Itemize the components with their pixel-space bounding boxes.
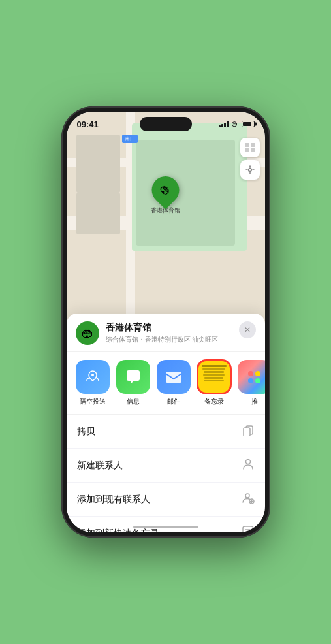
more-icon bbox=[238, 360, 265, 394]
map-area[interactable]: 南口 bbox=[67, 112, 265, 343]
signal-bars-icon bbox=[219, 121, 229, 127]
share-mail[interactable]: 邮件 bbox=[157, 360, 191, 406]
dynamic-island bbox=[140, 117, 192, 131]
quick-note-icon bbox=[242, 525, 255, 532]
svg-point-5 bbox=[91, 374, 94, 376]
close-button[interactable]: ✕ bbox=[239, 321, 256, 338]
copy-label: 拷贝 bbox=[77, 426, 95, 438]
share-airdrop[interactable]: 隔空投送 bbox=[76, 360, 110, 406]
venue-info: 香港体育馆 综合体育馆・香港特别行政区 油尖旺区 bbox=[106, 322, 256, 344]
new-contact-icon bbox=[242, 457, 255, 474]
battery-icon bbox=[242, 121, 255, 127]
svg-rect-0 bbox=[245, 143, 249, 147]
notes-label: 备忘录 bbox=[204, 397, 224, 406]
status-icons: ⊜ bbox=[219, 120, 255, 129]
airdrop-label: 隔空投送 bbox=[80, 397, 106, 406]
venue-icon: 🏟 bbox=[76, 321, 99, 345]
svg-rect-1 bbox=[251, 143, 255, 147]
add-contact-icon bbox=[242, 491, 255, 507]
notes-icon bbox=[197, 360, 231, 394]
action-quick-note[interactable]: 添加到新快速备忘录 bbox=[67, 517, 265, 532]
add-contact-label: 添加到现有联系人 bbox=[77, 494, 150, 506]
wifi-icon: ⊜ bbox=[231, 120, 238, 129]
status-time: 09:41 bbox=[77, 120, 99, 129]
svg-rect-3 bbox=[251, 148, 255, 152]
phone-screen: 09:41 ⊜ 南 bbox=[67, 112, 265, 532]
svg-rect-6 bbox=[166, 372, 181, 383]
map-controls bbox=[240, 138, 260, 180]
action-list: 拷贝 新建联系人 bbox=[67, 415, 265, 532]
mail-label: 邮件 bbox=[167, 397, 180, 406]
new-contact-label: 新建联系人 bbox=[77, 460, 123, 472]
location-button[interactable] bbox=[240, 160, 260, 180]
phone-frame: 09:41 ⊜ 南 bbox=[61, 106, 270, 538]
mail-icon bbox=[157, 360, 191, 394]
action-add-contact[interactable]: 添加到现有联系人 bbox=[67, 483, 265, 517]
messages-icon bbox=[116, 360, 150, 394]
svg-rect-8 bbox=[244, 428, 250, 436]
venue-header: 🏟 香港体育馆 综合体育馆・香港特别行政区 油尖旺区 ✕ bbox=[67, 314, 265, 352]
action-new-contact[interactable]: 新建联系人 bbox=[67, 449, 265, 483]
svg-point-10 bbox=[245, 494, 249, 498]
home-indicator bbox=[133, 526, 198, 528]
svg-point-9 bbox=[245, 460, 250, 464]
copy-icon bbox=[242, 423, 255, 440]
pin-emoji: 🏟 bbox=[157, 182, 173, 198]
map-label-south: 南口 bbox=[122, 135, 138, 143]
svg-rect-2 bbox=[245, 148, 249, 152]
more-label: 推 bbox=[251, 397, 258, 406]
share-messages[interactable]: 信息 bbox=[116, 360, 150, 406]
location-pin: 🏟 香港体育馆 bbox=[151, 176, 180, 215]
messages-label: 信息 bbox=[127, 397, 140, 406]
share-row: 隔空投送 信息 bbox=[67, 352, 265, 415]
venue-name: 香港体育馆 bbox=[106, 322, 256, 334]
map-type-button[interactable] bbox=[240, 138, 260, 157]
pin-icon: 🏟 bbox=[146, 170, 185, 209]
share-more[interactable]: 推 bbox=[238, 360, 265, 406]
airdrop-icon bbox=[76, 360, 110, 394]
venue-description: 综合体育馆・香港特别行政区 油尖旺区 bbox=[106, 335, 256, 344]
bottom-sheet: 🏟 香港体育馆 综合体育馆・香港特别行政区 油尖旺区 ✕ bbox=[67, 314, 265, 532]
svg-point-4 bbox=[248, 169, 251, 172]
share-notes[interactable]: 备忘录 bbox=[197, 360, 231, 406]
action-copy[interactable]: 拷贝 bbox=[67, 415, 265, 449]
